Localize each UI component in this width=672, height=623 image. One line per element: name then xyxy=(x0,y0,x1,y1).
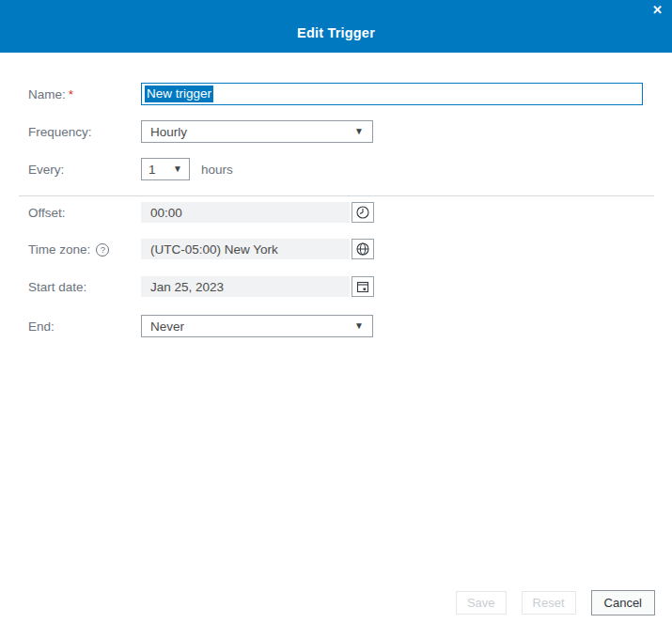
frequency-select[interactable]: Hourly ▼ xyxy=(141,120,373,143)
calendar-button[interactable] xyxy=(352,276,374,297)
timezone-label: Time zone:? xyxy=(28,242,141,257)
every-row: Every: 1 ▼ hours xyxy=(28,158,644,180)
end-select[interactable]: Never ▼ xyxy=(141,315,373,337)
every-suffix: hours xyxy=(201,163,233,177)
calendar-icon xyxy=(355,279,370,294)
caret-down-icon: ▼ xyxy=(354,127,364,136)
every-select[interactable]: 1 ▼ xyxy=(141,158,190,180)
frequency-value: Hourly xyxy=(150,125,187,139)
start-date-input[interactable]: Jan 25, 2023 xyxy=(141,276,350,297)
section-divider xyxy=(19,195,654,196)
timezone-row: Time zone:? (UTC-05:00) New York xyxy=(28,239,644,259)
frequency-row: Frequency: Hourly ▼ xyxy=(28,120,644,143)
save-button[interactable]: Save xyxy=(456,591,507,615)
dialog-footer: Save Reset Cancel xyxy=(456,590,655,615)
globe-clock-icon xyxy=(355,241,370,257)
help-icon[interactable]: ? xyxy=(96,243,109,257)
dialog-title: Edit Trigger xyxy=(0,0,672,40)
start-date-label: Start date: xyxy=(28,280,141,294)
start-date-row: Start date: Jan 25, 2023 xyxy=(28,276,644,297)
timezone-globe-button[interactable] xyxy=(352,239,374,259)
timezone-value: (UTC-05:00) New York xyxy=(150,242,278,257)
every-value: 1 xyxy=(148,163,156,177)
clock-button[interactable] xyxy=(352,202,374,223)
frequency-label: Frequency: xyxy=(28,125,141,139)
end-value: Never xyxy=(150,319,184,334)
offset-input[interactable]: 00:00 xyxy=(141,202,350,223)
caret-down-icon: ▼ xyxy=(354,321,364,331)
end-label: End: xyxy=(28,319,141,334)
name-row: Name:* New trigger xyxy=(28,83,644,105)
name-input[interactable]: New trigger xyxy=(141,83,643,105)
cancel-button[interactable]: Cancel xyxy=(591,590,655,615)
offset-row: Offset: 00:00 xyxy=(28,202,644,223)
offset-value: 00:00 xyxy=(150,206,182,220)
every-label: Every: xyxy=(28,163,141,177)
dialog-body: Name:* New trigger Frequency: Hourly ▼ E… xyxy=(0,53,672,337)
start-date-value: Jan 25, 2023 xyxy=(150,280,224,294)
selected-text: New trigger xyxy=(145,86,213,102)
timezone-input[interactable]: (UTC-05:00) New York xyxy=(141,239,350,259)
required-asterisk: * xyxy=(69,87,73,101)
caret-down-icon: ▼ xyxy=(173,164,182,174)
clock-icon xyxy=(355,205,370,220)
dialog-header: ✕ Edit Trigger xyxy=(0,0,672,53)
close-icon[interactable]: ✕ xyxy=(652,3,663,18)
end-row: End: Never ▼ xyxy=(28,315,644,337)
edit-trigger-dialog: ✕ Edit Trigger Name:* New trigger Freque… xyxy=(0,0,672,623)
reset-button[interactable]: Reset xyxy=(522,591,576,615)
offset-label: Offset: xyxy=(28,206,141,220)
name-label: Name:* xyxy=(28,87,141,101)
